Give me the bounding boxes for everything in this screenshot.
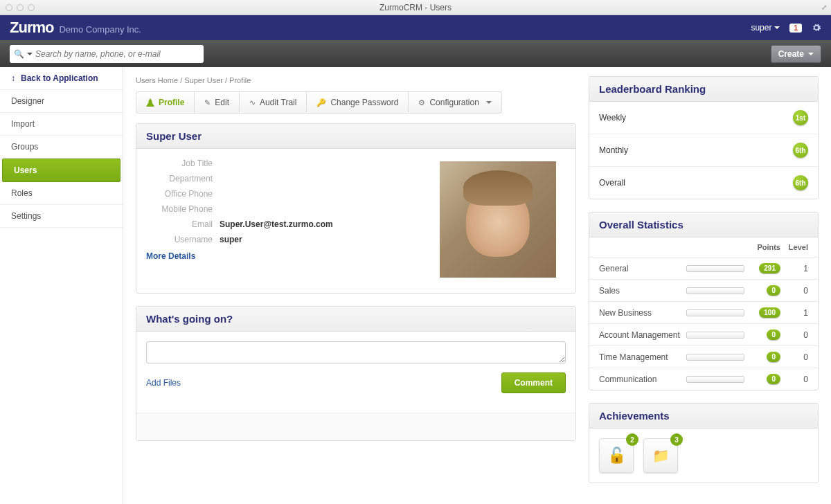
stat-row: Sales00	[589, 279, 818, 301]
sidebar-item-designer[interactable]: Designer	[0, 90, 123, 113]
person-icon	[146, 98, 154, 107]
arrow-left-icon: ↕	[11, 73, 15, 83]
tab-audit-trail[interactable]: ∿ Audit Trail	[239, 91, 307, 114]
user-tabs: Profile ✎ Edit ∿ Audit Trail 🔑 Change Pa…	[136, 91, 576, 114]
audit-icon: ∿	[249, 98, 256, 107]
zoom-window-icon[interactable]	[28, 4, 35, 11]
stat-row: New Business1001	[589, 301, 818, 323]
folder-icon: 📁	[652, 447, 670, 464]
rank-badge: 1st	[793, 110, 808, 125]
global-search[interactable]: 🔍	[10, 45, 204, 63]
search-toolbar: 🔍 Create	[0, 40, 831, 67]
leaderboard-row-overall: Overall 6th	[589, 167, 818, 199]
close-window-icon[interactable]	[6, 4, 12, 11]
activity-feed	[136, 413, 575, 440]
sidebar-item-groups[interactable]: Groups	[0, 136, 123, 159]
sidebar-item-users[interactable]: Users	[2, 159, 120, 182]
stat-level: 1	[780, 264, 808, 273]
comment-button[interactable]: Comment	[501, 372, 566, 393]
office-phone-label: Office Phone	[136, 189, 220, 199]
email-label: Email	[136, 219, 220, 229]
pencil-icon: ✎	[204, 98, 211, 107]
search-icon: 🔍	[14, 49, 24, 59]
add-files-link[interactable]: Add Files	[146, 378, 181, 388]
stat-level: 0	[780, 286, 808, 296]
stat-row: General2911	[589, 257, 818, 279]
create-button-label: Create	[778, 49, 804, 59]
settings-gear-icon[interactable]	[812, 23, 821, 33]
username-value: super	[220, 235, 242, 244]
stat-row: Communication00	[589, 368, 818, 390]
stat-points-pill: 291	[759, 263, 780, 273]
admin-sidebar: ↕ Back to Application Designer Import Gr…	[0, 67, 123, 504]
stat-level: 0	[780, 352, 808, 362]
stat-row: Time Management00	[589, 345, 818, 368]
stat-label: Communication	[599, 375, 685, 384]
rank-badge: 6th	[793, 143, 808, 158]
chevron-down-icon	[486, 101, 492, 104]
stats-panel: Overall Statistics Points Level General2…	[589, 212, 819, 390]
brand-logo[interactable]: Zurmo Demo Company Inc.	[10, 19, 141, 37]
achievement-count: 2	[626, 433, 638, 446]
stat-points-pill: 0	[767, 374, 780, 384]
stat-points-pill: 0	[767, 352, 780, 362]
stat-level: 1	[780, 308, 808, 318]
maximize-icon[interactable]: ⤢	[821, 3, 827, 11]
profile-panel-title: Super User	[136, 124, 575, 149]
sidebar-item-roles[interactable]: Roles	[0, 182, 123, 205]
mobile-phone-label: Mobile Phone	[136, 204, 220, 214]
tab-configuration[interactable]: ⚙ Configuration	[408, 91, 501, 114]
profile-panel: Super User Job Title Department Office P…	[136, 123, 576, 294]
minimize-window-icon[interactable]	[17, 4, 24, 11]
user-menu-label: super	[751, 23, 771, 33]
stat-row: Account Management00	[589, 323, 818, 345]
breadcrumb-current: Profile	[229, 76, 251, 84]
notification-badge[interactable]: 1	[789, 24, 802, 33]
search-input[interactable]	[35, 49, 199, 59]
stat-label: Account Management	[599, 330, 685, 340]
sidebar-item-settings[interactable]: Settings	[0, 205, 123, 228]
user-avatar	[440, 161, 556, 278]
tab-profile[interactable]: Profile	[136, 91, 195, 114]
tab-change-password[interactable]: 🔑 Change Password	[306, 91, 409, 114]
username-label: Username	[136, 235, 220, 244]
stat-progress-bar	[686, 354, 744, 361]
achievement-item[interactable]: 🔓 2	[599, 438, 634, 473]
search-scope-dropdown-icon[interactable]	[27, 53, 33, 55]
stat-label: Time Management	[599, 352, 685, 362]
create-button[interactable]: Create	[771, 45, 821, 63]
stat-progress-bar	[686, 332, 744, 339]
chevron-down-icon	[774, 26, 780, 29]
more-details-link[interactable]: More Details	[136, 247, 426, 261]
job-title-label: Job Title	[136, 159, 220, 168]
activity-textarea[interactable]	[146, 341, 566, 363]
stat-points-pill: 0	[767, 330, 780, 340]
user-menu[interactable]: super	[751, 23, 780, 33]
leaderboard-title: Leaderboard Ranking	[589, 77, 818, 102]
activity-panel-title: What's going on?	[136, 307, 575, 332]
key-icon: 🔑	[316, 98, 326, 107]
stat-progress-bar	[686, 265, 744, 272]
stats-title: Overall Statistics	[589, 213, 818, 237]
sidebar-back-link[interactable]: ↕ Back to Application	[0, 67, 123, 90]
gear-icon: ⚙	[418, 98, 425, 107]
breadcrumb: Users Home / Super User / Profile	[136, 76, 576, 84]
stat-label: New Business	[599, 308, 685, 318]
achievements-title: Achievements	[589, 404, 818, 429]
stat-label: General	[599, 264, 685, 273]
breadcrumb-users-home[interactable]: Users Home	[136, 76, 178, 84]
window-titlebar: ZurmoCRM - Users ⤢	[0, 0, 831, 15]
stat-label: Sales	[599, 286, 685, 296]
activity-panel: What's going on? Add Files Comment	[136, 306, 576, 441]
achievement-item[interactable]: 📁 3	[643, 438, 678, 473]
achievement-count: 3	[670, 433, 683, 446]
tab-edit[interactable]: ✎ Edit	[194, 91, 240, 114]
stat-level: 0	[780, 375, 808, 384]
app-header: Zurmo Demo Company Inc. super 1	[0, 15, 831, 40]
rank-badge: 6th	[793, 175, 808, 190]
leaderboard-row-monthly: Monthly 6th	[589, 134, 818, 167]
sidebar-item-import[interactable]: Import	[0, 113, 123, 136]
breadcrumb-super-user[interactable]: Super User	[184, 76, 223, 84]
window-controls[interactable]	[0, 4, 35, 11]
stat-points-pill: 0	[767, 285, 780, 296]
